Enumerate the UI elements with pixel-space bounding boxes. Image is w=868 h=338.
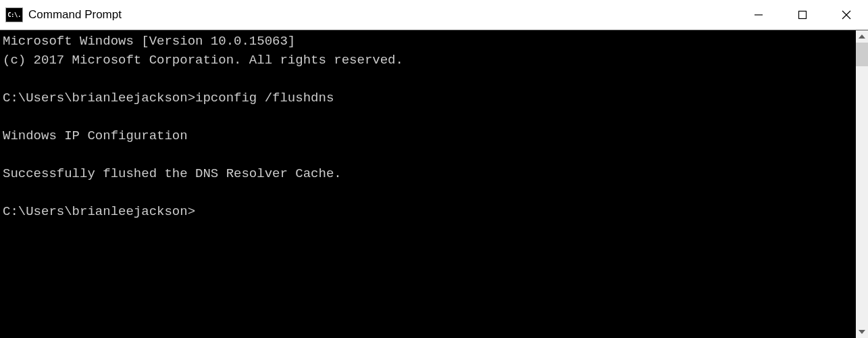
minimize-icon — [754, 10, 763, 20]
chevron-down-icon — [859, 330, 865, 334]
scroll-down-button[interactable] — [856, 326, 868, 338]
chevron-up-icon — [859, 34, 865, 39]
close-icon — [842, 10, 851, 20]
maximize-icon — [798, 10, 807, 20]
minimize-button[interactable] — [736, 0, 780, 30]
vertical-scrollbar[interactable] — [856, 30, 868, 338]
scroll-thumb[interactable] — [856, 43, 868, 66]
window-title: Command Prompt — [28, 8, 736, 22]
terminal-output[interactable]: Microsoft Windows [Version 10.0.15063] (… — [0, 30, 856, 338]
scroll-track[interactable] — [856, 43, 868, 326]
window-controls — [736, 0, 868, 30]
cmd-icon-text: C:\. — [7, 11, 21, 18]
terminal-area: Microsoft Windows [Version 10.0.15063] (… — [0, 30, 868, 338]
close-button[interactable] — [824, 0, 868, 30]
maximize-button[interactable] — [780, 0, 824, 30]
cmd-icon: C:\. — [5, 7, 23, 22]
scroll-up-button[interactable] — [856, 30, 868, 43]
window-titlebar: C:\. Command Prompt — [0, 0, 868, 30]
svg-rect-1 — [798, 11, 806, 19]
